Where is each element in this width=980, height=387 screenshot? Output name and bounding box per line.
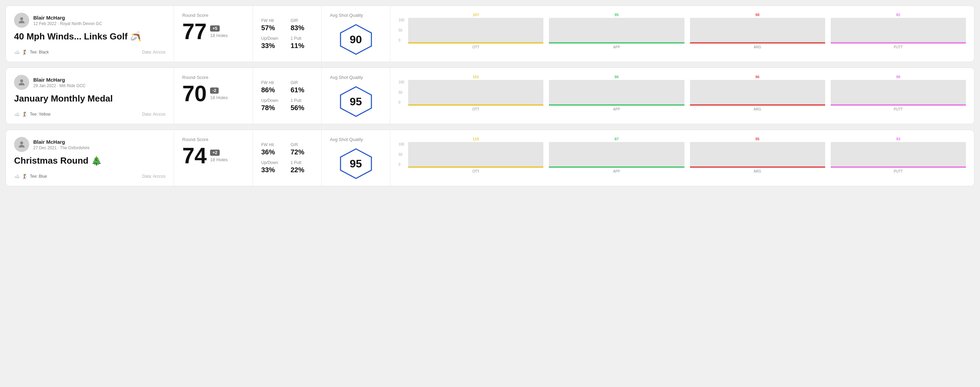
bar-label-ott: OTT <box>473 45 479 49</box>
bar-col-arg: 98 ARG <box>690 13 825 49</box>
bar-bg-ott <box>408 18 543 44</box>
gir-1: GIR 61% <box>291 80 313 94</box>
svg-point-4 <box>20 141 23 144</box>
updown-2: Up/Down 33% <box>261 160 284 174</box>
updown-value-1: 78% <box>261 104 284 112</box>
bar-value-arg: 95 <box>756 137 760 141</box>
bar-inner-app <box>549 80 684 106</box>
bar-value-arg: 98 <box>756 13 760 17</box>
fw-hit-label-2: FW Hit <box>261 143 284 147</box>
bar-bg-app <box>549 142 684 168</box>
avg-shot-quality-label-0: Avg Shot Quality <box>330 13 363 18</box>
bar-col-ott: 107 OTT <box>408 13 543 49</box>
hexagon-container-2: 95 <box>330 148 382 179</box>
bar-label-putt: PUTT <box>894 170 903 173</box>
oneputt-label-1: 1 Putt <box>291 98 313 103</box>
hexagon-container-1: 95 <box>330 86 382 117</box>
holes-label-2: 18 Holes <box>210 157 228 162</box>
card-middle-1: Round Score 70 -2 18 Holes <box>174 68 253 124</box>
bag-icon-1: 🏌 <box>22 111 28 117</box>
card-stats-2: FW Hit 36% GIR 72% Up/Down 33% 1 Putt 22… <box>253 130 321 186</box>
updown-value-2: 33% <box>261 166 284 174</box>
bar-bg-putt <box>831 80 966 106</box>
bar-inner-arg <box>690 80 825 106</box>
card-stats-0: FW Hit 57% GIR 83% Up/Down 33% 1 Putt 11… <box>253 6 321 62</box>
user-name-2: Blair McHarg <box>33 139 89 145</box>
card-left-1: Blair McHarg 29 Jan 2022 · Mill Ride GCC… <box>6 68 174 124</box>
bar-col-putt: 99 PUTT <box>831 75 966 111</box>
bar-bg-arg <box>690 80 825 106</box>
hex-score-2: 95 <box>350 157 362 170</box>
bar-label-app: APP <box>613 45 620 49</box>
tee-label-2: Tee: Blue <box>30 174 47 179</box>
bar-value-app: 87 <box>614 137 619 141</box>
holes-label-0: 18 Holes <box>210 33 228 38</box>
bar-label-arg: ARG <box>754 107 761 111</box>
oneputt-value-0: 11% <box>291 42 313 50</box>
round-card-0: Blair McHarg 12 Feb 2022 · Royal North D… <box>5 5 975 62</box>
bar-label-putt: PUTT <box>894 107 903 111</box>
stats-grid-1: FW Hit 86% GIR 61% Up/Down 78% 1 Putt 56… <box>261 80 313 112</box>
score-number-0: 77 <box>182 21 207 43</box>
gir-label-1: GIR <box>291 80 313 85</box>
bar-label-arg: ARG <box>754 170 761 173</box>
score-badge-2: +2 <box>210 149 220 156</box>
svg-point-2 <box>20 79 23 82</box>
bar-line-arg <box>690 104 825 106</box>
bar-inner-putt <box>831 80 966 106</box>
fw-hit-label-1: FW Hit <box>261 80 284 85</box>
data-source-2: Data: Arccos <box>142 174 165 179</box>
card-chart-0: 100 50 0 107 OTT 95 APP 98 AR <box>390 6 974 62</box>
bar-bg-ott <box>408 80 543 106</box>
updown-label-0: Up/Down <box>261 36 284 41</box>
bar-inner-ott <box>408 18 543 44</box>
bar-line-app <box>549 104 684 106</box>
updown-value-0: 33% <box>261 42 284 50</box>
bar-inner-arg <box>690 18 825 44</box>
bar-inner-ott <box>408 142 543 168</box>
date-course-1: 29 Jan 2022 · Mill Ride GCC <box>33 83 86 88</box>
oneputt-0: 1 Putt 11% <box>291 36 313 50</box>
bag-icon-0: 🏌 <box>22 49 28 55</box>
bar-line-arg <box>690 167 825 168</box>
score-row-0: 77 +5 18 Holes <box>182 21 244 43</box>
card-chart-2: 100 50 0 110 OTT 87 APP 95 AR <box>390 130 974 186</box>
tee-info-0: ☁️ 🏌 Tee: Black <box>14 49 49 55</box>
fw-hit-value-0: 57% <box>261 24 284 32</box>
stats-grid-0: FW Hit 57% GIR 83% Up/Down 33% 1 Putt 11… <box>261 18 313 50</box>
bar-col-app: 86 APP <box>549 75 684 111</box>
round-title-2: Christmas Round 🎄 <box>14 155 165 166</box>
bar-value-app: 95 <box>614 13 619 17</box>
score-row-1: 70 -2 18 Holes <box>182 82 244 105</box>
score-badge-wrap-2: +2 18 Holes <box>210 149 228 162</box>
round-title-0: 40 Mph Winds... Links Golf 🪃 <box>14 31 165 42</box>
fw-hit-1: FW Hit 86% <box>261 80 284 94</box>
hexagon-1: 95 <box>339 86 373 117</box>
hexagon-2: 95 <box>339 148 373 179</box>
user-info-1: Blair McHarg 29 Jan 2022 · Mill Ride GCC <box>14 75 165 90</box>
card-chart-1: 100 50 0 101 OTT 86 APP 96 AR <box>390 68 974 124</box>
updown-1: Up/Down 78% <box>261 98 284 112</box>
fw-hit-0: FW Hit 57% <box>261 18 284 32</box>
bar-bg-arg <box>690 18 825 44</box>
bar-line-putt <box>831 42 966 44</box>
score-badge-1: -2 <box>210 87 219 94</box>
oneputt-label-0: 1 Putt <box>291 36 313 41</box>
tee-label-0: Tee: Black <box>30 50 49 54</box>
bar-value-putt: 99 <box>896 75 900 79</box>
tee-info-2: ☁️ 🏌 Tee: Blue <box>14 174 47 179</box>
data-source-1: Data: Arccos <box>142 112 165 117</box>
hexagon-0: 90 <box>339 24 373 55</box>
bar-line-app <box>549 42 684 44</box>
bar-col-app: 87 APP <box>549 137 684 173</box>
bar-bg-app <box>549 80 684 106</box>
bar-bg-arg <box>690 142 825 168</box>
bar-value-ott: 101 <box>473 75 479 79</box>
bar-value-arg: 96 <box>756 75 760 79</box>
oneputt-value-2: 22% <box>291 166 313 174</box>
card-footer-0: ☁️ 🏌 Tee: Black Data: Arccos <box>14 49 165 55</box>
gir-value-1: 61% <box>291 86 313 94</box>
bar-col-ott: 110 OTT <box>408 137 543 173</box>
hexagon-container-0: 90 <box>330 24 382 55</box>
score-badge-wrap-1: -2 18 Holes <box>210 87 228 100</box>
